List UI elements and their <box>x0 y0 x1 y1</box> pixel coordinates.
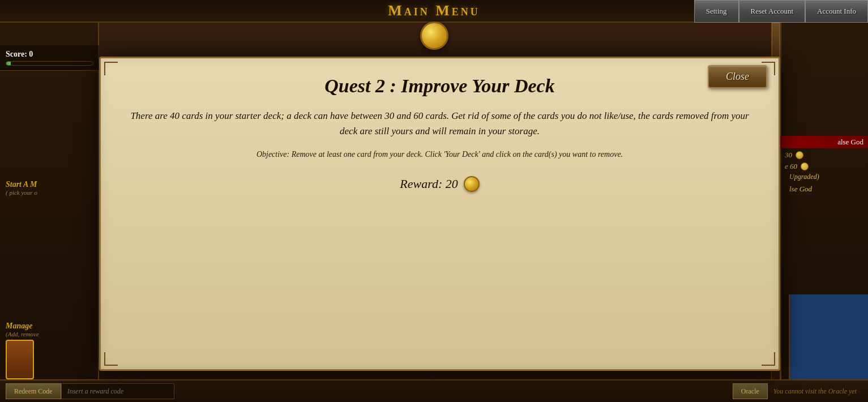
modal-reward: Reward: 20 <box>123 176 756 192</box>
redeem-code-input[interactable] <box>61 383 174 399</box>
value-30-text: 30 <box>785 151 792 160</box>
bottom-bar: Redeem Code Oracle You cannot visit the … <box>0 379 868 402</box>
reward-label: Reward: 20 <box>400 177 457 191</box>
reward-coin-icon <box>464 176 480 192</box>
card-thumbnail <box>6 340 34 379</box>
modal-objective-text: Objective: Remove at least one card from… <box>123 150 756 159</box>
close-button[interactable]: Close <box>708 65 767 88</box>
manage-deck-subtitle: (Add, remove <box>6 331 93 337</box>
coin-icon-30 <box>796 151 803 159</box>
modal-body-text: There are 40 cards in your starter deck;… <box>123 108 756 139</box>
start-battle-subtitle: ( pick your o <box>6 189 93 196</box>
account-info-button[interactable]: Account Info <box>805 0 868 23</box>
right-sidebar: alse God 30 e 60 Upgraded) lse God <box>780 23 868 402</box>
false-god-section: alse God 30 e 60 Upgraded) lse God <box>780 136 868 198</box>
quest-modal: Close Quest 2 : Improve Your Deck There … <box>99 57 780 371</box>
top-bar: Main Menu Setting Reset Account Account … <box>0 0 868 23</box>
sidebar-item-manage-deck[interactable]: Manage (Add, remove <box>0 317 99 342</box>
value-30-row: 30 <box>785 151 863 160</box>
left-sidebar: Score: 0 Start A M ( pick your o Manage … <box>0 23 99 402</box>
score-bar: Score: 0 <box>0 45 99 71</box>
score-progress-fill <box>6 62 11 65</box>
score-display: Score: 0 <box>6 50 93 59</box>
manage-deck-title: Manage <box>6 322 93 331</box>
corner-top-left <box>104 62 118 75</box>
reset-account-button[interactable]: Reset Account <box>739 0 805 23</box>
value-60-text: e 60 <box>785 162 797 171</box>
coin-icon-60 <box>801 162 809 170</box>
value-60-row: e 60 <box>785 162 863 171</box>
corner-bottom-right <box>762 352 775 366</box>
false-god-label2: lse God <box>785 183 863 195</box>
sidebar-item-start-battle[interactable]: Start A M ( pick your o <box>0 176 99 200</box>
redeem-code-button[interactable]: Redeem Code <box>6 383 61 399</box>
redeem-section: Redeem Code <box>0 383 727 399</box>
setting-button[interactable]: Setting <box>694 0 739 23</box>
false-god-label: alse God <box>780 136 868 148</box>
upgraded-label: Upgraded) <box>785 171 863 183</box>
oracle-button[interactable]: Oracle <box>733 383 768 399</box>
blue-decoration-area <box>789 294 868 379</box>
page-title: Main Menu <box>388 2 480 19</box>
oracle-status-text: You cannot visit the Oracle yet <box>768 387 862 396</box>
oracle-section: Oracle You cannot visit the Oracle yet <box>727 383 868 399</box>
top-buttons: Setting Reset Account Account Info <box>694 0 868 23</box>
top-coin-decoration <box>420 22 448 50</box>
modal-title: Quest 2 : Improve Your Deck <box>123 75 756 97</box>
score-progress-bar <box>6 61 93 66</box>
corner-bottom-left <box>104 352 118 366</box>
start-battle-title: Start A M <box>6 180 93 189</box>
